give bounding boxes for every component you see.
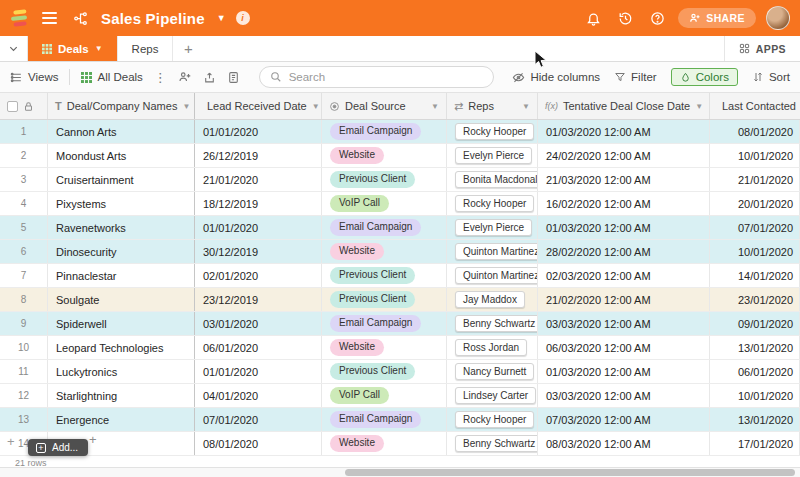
reps-cell[interactable]: Rocky Hooper (447, 408, 538, 431)
deal-name-cell[interactable]: Leopard Technologies (48, 336, 195, 359)
deal-source-cell[interactable]: Website (322, 144, 447, 167)
deal-source-cell[interactable]: Email Campaign (322, 120, 447, 143)
chevron-down-icon[interactable]: ▼ (182, 102, 190, 111)
deal-name-cell[interactable]: Ravenetworks (48, 216, 195, 239)
hamburger-menu-icon[interactable] (40, 10, 59, 26)
last-contacted-cell[interactable]: 09/01/2020 (710, 312, 800, 335)
close-date-cell[interactable]: 24/02/2020 12:00 AM (538, 144, 710, 167)
views-button[interactable]: Views (10, 71, 58, 84)
lead-date-cell[interactable]: 01/01/2020 (195, 216, 322, 239)
lead-date-cell[interactable]: 04/01/2020 (195, 384, 322, 407)
deal-source-cell[interactable]: Previous Client (322, 288, 447, 311)
reps-cell[interactable]: Quinton Martinez (447, 264, 538, 287)
share-button[interactable]: SHARE (678, 8, 756, 28)
reps-cell[interactable]: Rocky HooperQuinton Martinez (447, 120, 538, 143)
deal-source-cell[interactable]: Email Campaign (322, 216, 447, 239)
row-number[interactable]: 3 (0, 168, 48, 191)
rep-pill[interactable]: Lindsey Carter (455, 387, 536, 405)
last-contacted-cell[interactable]: 10/01/2020 (710, 144, 800, 167)
rep-pill[interactable]: Bonita Macdonald (455, 171, 538, 189)
lead-date-cell[interactable]: 02/01/2020 (195, 264, 322, 287)
tab-chevron-down-icon[interactable]: ▼ (95, 44, 103, 53)
deal-name-cell[interactable]: Cruisertainment (48, 168, 195, 191)
view-menu-kebab-icon[interactable]: ⋮ (154, 70, 167, 85)
close-date-cell[interactable]: 16/02/2020 12:00 AM (538, 192, 710, 215)
deal-source-cell[interactable]: VoIP Call (322, 384, 447, 407)
lead-date-cell[interactable]: 23/12/2019 (195, 288, 322, 311)
deal-source-cell[interactable]: Website (322, 240, 447, 263)
reps-cell[interactable]: Quinton Martinez (447, 240, 538, 263)
chevron-down-icon[interactable]: ▼ (431, 102, 439, 111)
reps-cell[interactable]: Evelyn Pierce (447, 216, 538, 239)
table-row[interactable]: 8 Soulgate 23/12/2019 Previous Client Ja… (0, 288, 800, 312)
current-view-button[interactable]: All Deals (81, 71, 142, 83)
close-date-cell[interactable]: 07/03/2020 12:00 AM (538, 408, 710, 431)
row-number[interactable]: 7 (0, 264, 48, 287)
chevron-down-icon[interactable]: ▼ (695, 102, 703, 111)
rep-pill[interactable]: Jay Maddox (455, 291, 525, 309)
rep-pill[interactable]: Rocky Hooper (455, 123, 534, 141)
close-date-cell[interactable]: 28/02/2020 12:00 AM (538, 240, 710, 263)
rep-pill[interactable]: Evelyn Pierce (455, 147, 532, 165)
history-icon[interactable] (614, 7, 636, 29)
search-input[interactable] (289, 71, 483, 83)
reps-cell[interactable]: Rocky Hooper (447, 192, 538, 215)
rep-pill[interactable]: Benny Schwartz (455, 315, 538, 333)
reps-cell[interactable]: Benny Schwartz (447, 432, 538, 455)
deal-source-cell[interactable]: Email Campaign (322, 312, 447, 335)
column-header-last-contacted[interactable]: Last Contacted (710, 93, 800, 119)
reps-cell[interactable]: Lindsey Carter (447, 384, 538, 407)
close-date-cell[interactable]: 01/03/2020 12:00 AM (538, 360, 710, 383)
deal-name-cell[interactable]: Starlightning (48, 384, 195, 407)
table-row[interactable]: 9 Spiderwell 03/01/2020 Email Campaign B… (0, 312, 800, 336)
column-header-deal-source[interactable]: Deal Source ▼ (322, 93, 447, 119)
hide-columns-button[interactable]: Hide columns (512, 71, 600, 84)
horizontal-scrollbar-thumb[interactable] (345, 469, 795, 476)
close-date-cell[interactable]: 03/03/2020 12:00 AM (538, 312, 710, 335)
lead-date-cell[interactable]: 21/01/2020 (195, 168, 322, 191)
close-date-cell[interactable]: 21/02/2020 12:00 AM (538, 288, 710, 311)
row-number[interactable]: 1 (0, 120, 48, 143)
add-column-plus-icon[interactable]: + (89, 432, 97, 447)
reps-cell[interactable]: Benny Schwartz (447, 312, 538, 335)
deal-source-cell[interactable]: Previous Client (322, 168, 447, 191)
row-number[interactable]: 13 (0, 408, 48, 431)
close-date-cell[interactable]: 21/03/2020 12:00 AM (538, 168, 710, 191)
table-row[interactable]: 2 Moondust Arts 26/12/2019 Website Evely… (0, 144, 800, 168)
close-date-cell[interactable]: 01/03/2020 12:00 AM (538, 120, 710, 143)
rep-pill[interactable]: Quinton Martinez (455, 243, 538, 261)
deal-source-cell[interactable]: Website (322, 432, 447, 455)
deal-name-cell[interactable]: Pixystems (48, 192, 195, 215)
lead-date-cell[interactable]: 08/01/2020 (195, 432, 322, 455)
row-number[interactable]: 4 (0, 192, 48, 215)
table-row[interactable]: 7 Pinnaclestar 02/01/2020 Previous Clien… (0, 264, 800, 288)
deal-name-cell[interactable]: Spiderwell (48, 312, 195, 335)
user-avatar[interactable] (766, 6, 790, 30)
deal-name-cell[interactable]: Soulgate (48, 288, 195, 311)
deal-name-cell[interactable]: Pinnaclestar (48, 264, 195, 287)
lead-date-cell[interactable]: 18/12/2019 (195, 192, 322, 215)
table-row[interactable]: 3 Cruisertainment 21/01/2020 Previous Cl… (0, 168, 800, 192)
table-row[interactable]: 10 Leopard Technologies 06/01/2020 Websi… (0, 336, 800, 360)
last-contacted-cell[interactable]: 10/01/2020 (710, 240, 800, 263)
table-row[interactable]: 14 08/01/2020 Website Benny Schwartz 08/… (0, 432, 800, 456)
last-contacted-cell[interactable]: 08/01/2020 (710, 120, 800, 143)
add-row-gutter-plus-icon[interactable]: + (7, 434, 15, 449)
deal-source-cell[interactable]: Previous Client (322, 264, 447, 287)
collaborators-button[interactable] (178, 70, 192, 84)
rep-pill[interactable]: Evelyn Pierce (455, 219, 532, 237)
close-date-cell[interactable]: 02/03/2020 12:00 AM (538, 264, 710, 287)
lead-date-cell[interactable]: 26/12/2019 (195, 144, 322, 167)
chevron-down-icon[interactable]: ▼ (522, 102, 530, 111)
last-contacted-cell[interactable]: 10/01/2020 (710, 384, 800, 407)
colors-button[interactable]: Colors (671, 68, 738, 86)
deal-name-cell[interactable]: Dinosecurity (48, 240, 195, 263)
deal-name-cell[interactable]: Moondust Arts (48, 144, 195, 167)
column-header-reps[interactable]: ⇄ Reps ▼ (447, 93, 538, 119)
close-date-cell[interactable]: 08/03/2020 12:00 AM (538, 432, 710, 455)
last-contacted-cell[interactable]: 17/01/2020 (710, 432, 800, 455)
rep-pill[interactable]: Rocky Hooper (455, 195, 534, 213)
export-share-button[interactable] (203, 71, 216, 84)
deal-name-cell[interactable]: Cannon Arts (48, 120, 195, 143)
row-number[interactable]: 2 (0, 144, 48, 167)
